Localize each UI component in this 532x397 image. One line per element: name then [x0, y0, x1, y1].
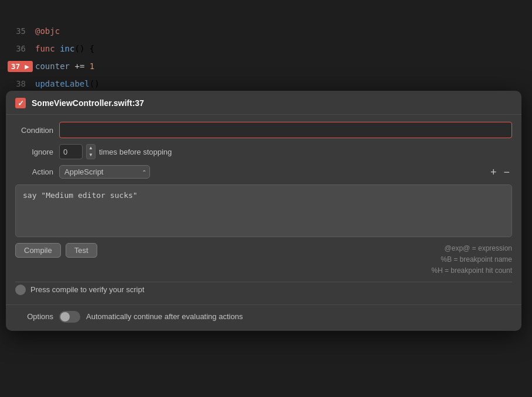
ignore-row: Ignore ▲ ▼ times before stopping — [15, 144, 512, 159]
hint-line-2: %B = breakpoint name — [431, 254, 512, 265]
code-line-36: 36 func inc() { — [0, 40, 532, 57]
options-text: Automatically continue after evaluating … — [86, 312, 243, 321]
compile-button[interactable]: Compile — [15, 243, 61, 258]
breakpoint-enabled-checkbox[interactable] — [15, 98, 26, 108]
hint-line-1: @exp@ = expression — [431, 243, 512, 254]
line-content-35: @objc — [35, 26, 60, 36]
breakpoint-arrow: 37 ▶ — [0, 61, 35, 72]
action-row: Action AppleScript Debugger Command Log … — [15, 165, 512, 179]
ignore-stepper[interactable]: ▲ ▼ — [86, 144, 96, 159]
code-line-38: 38 updateLabel() — [0, 75, 532, 93]
code-editor-background: 35 @objc 36 func inc() { 37 ▶ counter +=… — [0, 0, 532, 98]
popover-title: SomeViewController.swift:37 — [32, 98, 144, 108]
popover-body: Condition Ignore ▲ ▼ times before stoppi… — [6, 115, 521, 304]
stepper-up-button[interactable]: ▲ — [87, 145, 95, 152]
compile-test-buttons: Compile Test — [15, 243, 97, 258]
ignore-label: Ignore — [15, 148, 59, 156]
line-number-38: 38 — [0, 79, 35, 88]
remove-action-button[interactable]: − — [501, 167, 512, 177]
compile-test-row: Compile Test @exp@ = expression %B = bre… — [15, 243, 512, 277]
line-number-35: 35 — [0, 26, 35, 36]
popover-header: SomeViewController.swift:37 — [6, 91, 521, 115]
add-remove-buttons: + − — [488, 167, 512, 177]
line-content-36: func inc() { — [35, 44, 94, 53]
condition-input[interactable] — [59, 122, 512, 138]
auto-continue-toggle[interactable] — [59, 311, 80, 323]
code-line-37: 37 ▶ counter += 1 — [0, 57, 532, 75]
condition-label: Condition — [15, 126, 59, 135]
action-label: Action — [15, 167, 59, 176]
breakpoint-popover: SomeViewController.swift:37 Condition Ig… — [6, 91, 521, 331]
line-content-38: updateLabel() — [35, 79, 100, 88]
script-content: say "Medium editor sucks" — [23, 191, 138, 200]
ignore-suffix-text: times before stopping — [99, 148, 172, 156]
compile-status-row: Press compile to verify your script — [15, 282, 512, 295]
stepper-down-button[interactable]: ▼ — [87, 152, 95, 159]
test-button[interactable]: Test — [66, 243, 97, 258]
compile-status-text: Press compile to verify your script — [30, 285, 144, 294]
action-select[interactable]: AppleScript Debugger Command Log Message… — [59, 165, 150, 179]
status-indicator — [15, 285, 26, 295]
ignore-count-input[interactable] — [59, 144, 83, 159]
condition-row: Condition — [15, 122, 512, 138]
action-select-wrapper: AppleScript Debugger Command Log Message… — [59, 165, 150, 179]
add-action-button[interactable]: + — [488, 167, 499, 177]
hint-text-block: @exp@ = expression %B = breakpoint name … — [431, 243, 512, 277]
code-line-35: 35 @objc — [0, 22, 532, 40]
arrow-badge: 37 ▶ — [8, 61, 33, 72]
script-editor-area: say "Medium editor sucks" — [15, 184, 512, 237]
ignore-controls: ▲ ▼ times before stopping — [59, 144, 172, 159]
options-row: Options Automatically continue after eva… — [6, 304, 521, 331]
hint-line-3: %H = breakpoint hit count — [431, 265, 512, 276]
line-content-37: counter += 1 — [35, 61, 94, 71]
options-label: Options — [15, 312, 53, 321]
line-number-36: 36 — [0, 44, 35, 53]
